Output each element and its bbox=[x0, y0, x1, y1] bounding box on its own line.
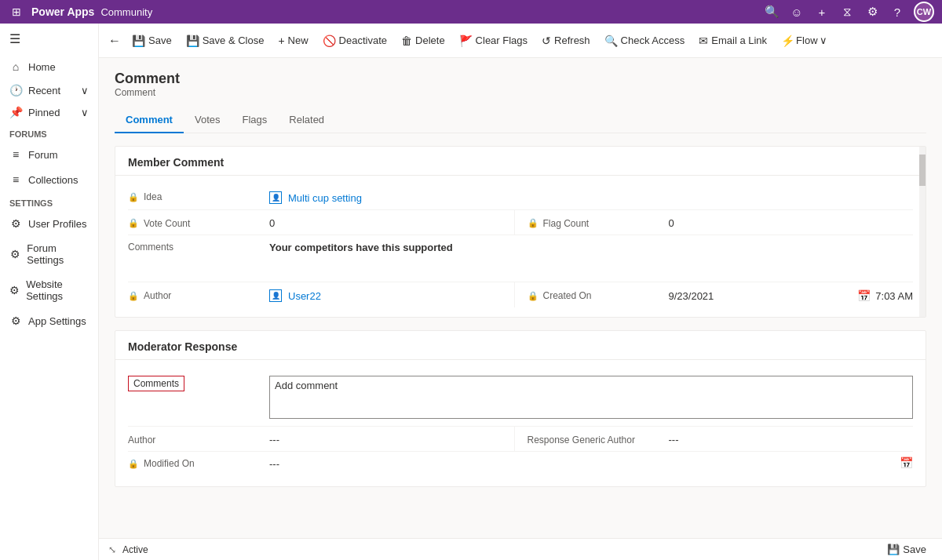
website-settings-icon: ⚙ bbox=[9, 284, 20, 296]
tab-votes[interactable]: Votes bbox=[184, 107, 232, 133]
status-bar: ⤡ Active 💾 Save bbox=[99, 538, 942, 560]
check-access-button[interactable]: 🔍 Check Access bbox=[598, 31, 692, 50]
filter-icon[interactable]: ⧖ bbox=[838, 3, 856, 20]
back-button[interactable]: ← bbox=[105, 31, 124, 51]
grid-icon[interactable]: ⊞ bbox=[8, 3, 25, 20]
mod-generic-author-col: Response Generic Author --- bbox=[514, 427, 914, 451]
flow-icon: ⚡ bbox=[781, 35, 794, 47]
lock-icon-flag: 🔒 bbox=[528, 218, 539, 228]
collections-label: Collections bbox=[28, 174, 78, 186]
sidebar-item-home[interactable]: ⌂ Home bbox=[0, 54, 98, 79]
scroll-thumb[interactable] bbox=[919, 155, 926, 186]
mod-comments-label-container: Comments bbox=[128, 374, 269, 391]
sidebar: ☰ ⌂ Home 🕐 Recent ∨ 📌 Pinned ∨ Forums ≡ … bbox=[0, 24, 99, 560]
top-navigation: ⊞ Power Apps Community 🔍 ☺ + ⧖ ⚙ ? CW bbox=[0, 0, 942, 24]
tabs-bar: Comment Votes Flags Related bbox=[115, 107, 926, 133]
comments-row: Comments Your competitors have this supp… bbox=[128, 235, 913, 282]
scroll-track bbox=[919, 147, 926, 317]
add-icon[interactable]: + bbox=[813, 3, 831, 20]
mod-generic-author-label: Response Generic Author bbox=[528, 433, 669, 445]
counts-row: 🔒 Vote Count 0 🔒 Flag Count 0 bbox=[128, 210, 913, 235]
check-access-icon: 🔍 bbox=[604, 35, 618, 47]
tab-comment[interactable]: Comment bbox=[115, 107, 184, 133]
clear-flags-button[interactable]: 🚩 Clear Flags bbox=[453, 31, 534, 50]
created-on-label: 🔒 Created On bbox=[528, 289, 669, 301]
deactivate-button[interactable]: 🚫 Deactivate bbox=[316, 31, 393, 50]
chevron-down-icon-2: ∨ bbox=[81, 107, 89, 118]
tab-related[interactable]: Related bbox=[278, 107, 335, 133]
save-icon: 💾 bbox=[132, 35, 145, 47]
comments-value: Your competitors have this supported bbox=[269, 240, 913, 253]
favorites-icon[interactable]: ☺ bbox=[788, 3, 805, 20]
new-button[interactable]: + New bbox=[272, 31, 314, 50]
hamburger-menu[interactable]: ☰ bbox=[0, 24, 98, 54]
pinned-label: Pinned bbox=[28, 107, 60, 118]
created-on-time: 7:03 AM bbox=[875, 290, 913, 302]
page-content: Comment Comment Comment Votes Flags Rela… bbox=[99, 58, 942, 538]
page-subtitle: Comment bbox=[115, 87, 926, 98]
recent-label: Recent bbox=[28, 85, 60, 96]
delete-button[interactable]: 🗑 Delete bbox=[395, 31, 451, 50]
user-avatar[interactable]: CW bbox=[914, 2, 934, 22]
status-save-icon: 💾 bbox=[887, 544, 900, 555]
sidebar-item-forum[interactable]: ≡ Forum bbox=[0, 142, 98, 167]
help-icon[interactable]: ? bbox=[889, 3, 906, 20]
delete-icon: 🗑 bbox=[401, 35, 412, 47]
mod-comments-label[interactable]: Comments bbox=[128, 376, 184, 391]
user-profiles-label: User Profiles bbox=[28, 218, 86, 230]
modified-on-calendar-icon[interactable]: 📅 bbox=[900, 456, 913, 469]
page-title-area: Comment Comment bbox=[115, 71, 926, 98]
lock-icon-vote: 🔒 bbox=[128, 218, 139, 228]
tab-flags[interactable]: Flags bbox=[231, 107, 278, 133]
flag-count-label: 🔒 Flag Count bbox=[528, 216, 669, 229]
save-button[interactable]: 💾 Save bbox=[126, 31, 178, 50]
lock-icon-created: 🔒 bbox=[528, 291, 539, 301]
author-link[interactable]: 👤 User22 bbox=[269, 289, 514, 302]
member-comment-section: Member Comment 🔒 Idea 👤 Multi cup settin… bbox=[115, 146, 926, 318]
community-label: Community bbox=[100, 6, 152, 18]
modified-on-label: 🔒 Modified On bbox=[128, 456, 269, 469]
website-settings-label: Website Settings bbox=[26, 278, 89, 302]
refresh-button[interactable]: ↺ Refresh bbox=[535, 31, 597, 50]
status-active-label: Active bbox=[122, 544, 148, 555]
pin-icon: 📌 bbox=[9, 106, 22, 118]
sidebar-item-recent[interactable]: 🕐 Recent ∨ bbox=[0, 79, 98, 101]
calendar-icon[interactable]: 📅 bbox=[857, 289, 871, 302]
idea-link[interactable]: 👤 Multi cup setting bbox=[269, 191, 913, 204]
sidebar-item-home-label: Home bbox=[28, 61, 56, 73]
flow-button[interactable]: ⚡ Flow ∨ bbox=[775, 31, 833, 50]
brand-name: Power Apps bbox=[31, 5, 94, 18]
sidebar-item-user-profiles[interactable]: ⚙ User Profiles bbox=[0, 211, 98, 236]
search-icon[interactable]: 🔍 bbox=[763, 3, 780, 20]
flag-count-col: 🔒 Flag Count 0 bbox=[514, 210, 914, 235]
sidebar-item-forum-settings[interactable]: ⚙ Forum Settings bbox=[0, 236, 98, 272]
comments-label: Comments bbox=[128, 240, 269, 253]
collections-icon: ≡ bbox=[9, 173, 22, 186]
flow-chevron-icon: ∨ bbox=[820, 35, 827, 46]
email-link-button[interactable]: ✉ Email a Link bbox=[692, 31, 773, 50]
save-close-button[interactable]: 💾 Save & Close bbox=[180, 31, 271, 50]
home-icon: ⌂ bbox=[9, 60, 22, 73]
mod-comments-value: Add comment bbox=[269, 374, 913, 421]
settings-icon[interactable]: ⚙ bbox=[864, 3, 881, 20]
sidebar-item-collections[interactable]: ≡ Collections bbox=[0, 167, 98, 192]
sidebar-item-website-settings[interactable]: ⚙ Website Settings bbox=[0, 272, 98, 308]
mod-comments-textarea[interactable]: Add comment bbox=[269, 376, 913, 419]
status-save-button[interactable]: 💾 Save bbox=[881, 541, 933, 558]
modified-on-row: 🔒 Modified On --- 📅 bbox=[128, 452, 913, 477]
sidebar-item-pinned[interactable]: 📌 Pinned ∨ bbox=[0, 101, 98, 123]
sidebar-item-app-settings[interactable]: ⚙ App Settings bbox=[0, 308, 98, 333]
vote-count-value: 0 bbox=[269, 216, 514, 229]
moderator-response-header: Moderator Response bbox=[115, 331, 926, 360]
mod-author-label: Author bbox=[128, 433, 269, 445]
forum-label: Forum bbox=[28, 149, 58, 161]
modified-on-value: --- bbox=[269, 456, 890, 470]
mod-generic-author-value: --- bbox=[669, 432, 914, 445]
mod-comments-row: Comments Add comment bbox=[128, 369, 913, 427]
app-settings-icon: ⚙ bbox=[9, 315, 22, 327]
expand-icon[interactable]: ⤡ bbox=[108, 544, 116, 555]
forum-settings-icon: ⚙ bbox=[9, 248, 20, 260]
member-comment-form: 🔒 Idea 👤 Multi cup setting bbox=[115, 176, 926, 317]
new-icon: + bbox=[278, 35, 284, 47]
author-box-icon: 👤 bbox=[269, 289, 282, 302]
